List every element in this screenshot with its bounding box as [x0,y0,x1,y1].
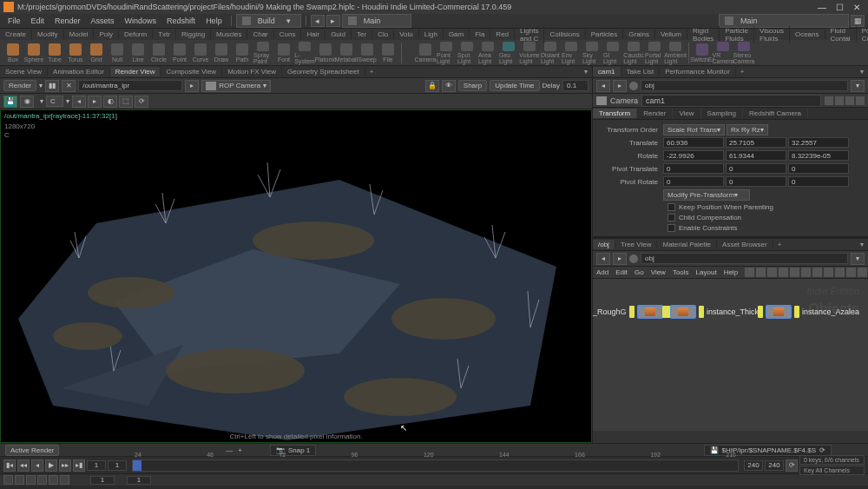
shelf-tab[interactable]: Fluid Contai [825,26,857,43]
tool-ambientlight[interactable]: Ambient Light [666,42,685,64]
menu-help[interactable]: Help [201,16,227,26]
lock-icon[interactable]: 🔒 [425,80,439,92]
realtime-button[interactable]: ⟳ [786,459,798,472]
nav-back-button[interactable]: ◂ [311,15,325,27]
last-frame-button[interactable]: ▸▮ [73,459,85,472]
net-menu-add[interactable]: Add [596,268,608,276]
network-node[interactable]: _RoughG [593,305,671,319]
net-tool-icon[interactable] [846,268,856,277]
tool-lsystem[interactable]: L-System [295,42,314,64]
node-name-input[interactable]: cam1 [641,95,821,107]
node-input-handle[interactable] [629,306,635,318]
nav-fwd-button[interactable]: ▸ [326,15,340,27]
node-body[interactable] [670,305,696,319]
net-tool-icon[interactable] [824,268,833,277]
shelf-tab[interactable]: Muscles [211,30,247,39]
first-frame-button[interactable]: ▮◂ [3,459,16,472]
network-node[interactable]: instance_Azalea [758,305,859,319]
shelf-tab[interactable]: Gam [444,30,470,39]
menu-file[interactable]: File [3,16,25,26]
key-all-button[interactable]: Key All Channels [799,466,865,475]
delay-input[interactable]: 0.1 [562,80,589,91]
shelf-tab[interactable]: Collisions [544,30,585,39]
timeline-track[interactable]: 24487296120144168192216 [132,459,739,472]
path-menu[interactable]: ▾ [851,253,865,265]
tool-distantlight[interactable]: Distant Light [541,42,560,64]
pin-icon[interactable] [629,254,638,263]
tool-volumelight[interactable]: Volume Light [520,42,539,64]
tool-spray[interactable]: Spray Paint [253,42,273,64]
tool-file[interactable]: File [378,42,398,64]
shelf-tab[interactable]: Particles [586,30,624,39]
preview-icon[interactable]: 👁 [442,80,456,92]
tab-matpalette[interactable]: Material Palette [657,240,717,249]
prev-key-button[interactable]: ◂◂ [17,459,30,472]
pane-menu-icon[interactable]: ▾ [580,67,592,76]
network-node[interactable]: instance_Thick [662,305,759,319]
pivot-rz-input[interactable] [788,176,849,187]
shelf-tab[interactable]: Viscous Fluids [754,26,790,43]
channel-select[interactable]: C [46,96,63,107]
status-icon[interactable] [37,475,47,485]
status-icon[interactable] [26,475,36,485]
shelf-tab[interactable]: Volu [394,30,419,39]
status-frame-input2[interactable] [127,476,151,485]
nav-back[interactable]: ◂ [596,80,610,92]
shelf-tab[interactable]: Ligh [419,30,444,39]
menu-redshift[interactable]: Redshift [162,16,200,26]
network-canvas[interactable]: Indie Edition Objects _RoughG instance_T… [593,279,868,431]
filter-icon[interactable] [835,96,844,105]
tool-font[interactable]: Font [274,42,293,64]
shelf-tab[interactable]: Grains [623,30,655,39]
tab-perfmon[interactable]: Performance Monitor [660,67,736,76]
menu-windows[interactable]: Windows [121,16,161,26]
tool-box[interactable]: Box [3,42,23,64]
translate-z-input[interactable] [788,137,849,148]
net-tool-icon[interactable] [779,268,788,277]
tool-sweep[interactable]: Sweep [358,42,377,64]
sharp-button[interactable]: Sharp [458,80,487,91]
shelf-tab[interactable]: Lights and C [515,26,544,43]
play-button[interactable]: ▶ [45,459,57,472]
menu-render[interactable]: Render [50,16,85,26]
pane-menu-icon[interactable]: ▾ [856,67,868,76]
tab-treeview[interactable]: Tree View [615,240,658,249]
node-input-handle[interactable] [758,306,763,318]
tab-takelist[interactable]: Take List [621,67,661,76]
tool-line[interactable]: Line [128,42,148,64]
tool-switcher[interactable]: SwitchEr [693,42,712,64]
tool-portallight[interactable]: Portal Light [645,42,664,64]
tool-envlight[interactable]: Env Light [562,42,581,64]
status-icon[interactable] [15,475,24,485]
pane-menu-icon[interactable]: ▾ [856,240,868,249]
pivot-tx-input[interactable] [663,163,724,174]
net-tool-icon[interactable] [756,268,766,277]
tab-add[interactable]: + [736,67,749,76]
tool-path[interactable]: Path [233,42,252,64]
menu-edit[interactable]: Edit [27,16,49,26]
transform-order-select[interactable]: Scale Rot Trans ▾ [663,124,725,135]
rotate-y-input[interactable] [726,150,786,161]
tool-camera[interactable]: Camera [416,42,435,64]
network-path-input[interactable]: obj [641,253,848,264]
net-menu-go[interactable]: Go [635,268,644,276]
param-tab-render[interactable]: Render [637,109,673,118]
shelf-tab[interactable]: Red [490,30,515,39]
tool-point[interactable]: Point [170,42,189,64]
tool-causticlight[interactable]: Caustic Light [624,42,643,64]
shelf-tab[interactable]: Create [0,30,32,39]
nav-fwd[interactable]: ▸ [613,253,627,265]
stop-button[interactable]: ✕ [62,80,76,92]
net-menu-view[interactable]: View [651,268,666,276]
tool-draw[interactable]: Draw [212,42,231,64]
rot-order-select[interactable]: Rx Ry Rz ▾ [727,124,768,135]
node-output-handle[interactable] [699,306,704,318]
net-tool-icon[interactable] [812,268,822,277]
tab-anim-editor[interactable]: Animation Editor [48,67,110,76]
translate-y-input[interactable] [726,137,786,148]
net-menu-help[interactable]: Help [724,268,738,276]
shelf-tab[interactable]: Model [64,30,95,39]
shelf-tab[interactable]: Txtr [153,30,176,39]
shelf-tab[interactable]: Vellum [655,30,687,39]
status-icon[interactable] [60,475,69,485]
